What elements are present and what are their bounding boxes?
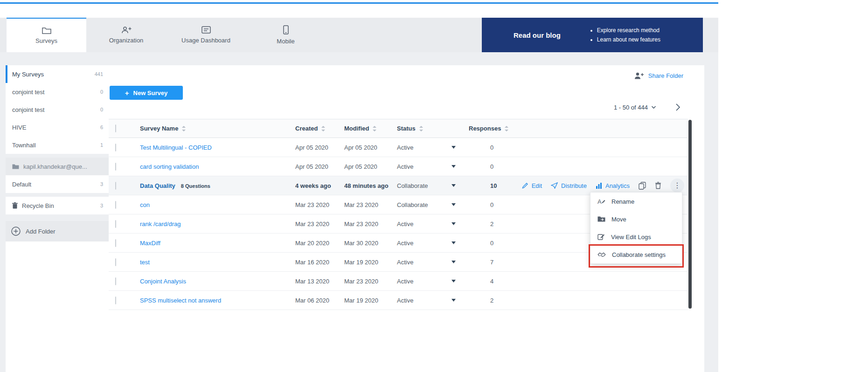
- select-all-checkbox[interactable]: [115, 124, 116, 132]
- survey-name-link[interactable]: card sorting validation: [140, 163, 199, 170]
- analytics-label: Analytics: [605, 182, 630, 189]
- survey-name-link[interactable]: SPSS multiselect not answerd: [140, 297, 221, 304]
- page: Surveys Organization Usage Dashboard: [0, 0, 868, 372]
- status-label: Active: [397, 144, 413, 151]
- new-survey-button[interactable]: + New Survey: [110, 86, 183, 100]
- next-page-button[interactable]: [674, 102, 682, 113]
- survey-name-link[interactable]: Test Multilingual - COPIED: [140, 144, 212, 151]
- created-cell: Apr 05 2020: [295, 163, 344, 170]
- survey-name-link[interactable]: Data Quality: [140, 182, 175, 189]
- blog-banner-title[interactable]: Read our blog: [514, 31, 561, 39]
- share-folder-button[interactable]: Share Folder: [634, 72, 683, 79]
- send-icon: [551, 182, 558, 189]
- status-dropdown[interactable]: Active: [397, 278, 469, 285]
- pagination: 1 - 50 of 444: [614, 102, 682, 113]
- sidebar-item-my-surveys[interactable]: My Surveys 441: [6, 65, 109, 83]
- tab-mobile[interactable]: Mobile: [246, 18, 326, 52]
- status-label: Collaborate: [397, 201, 428, 208]
- vertical-dots-icon: ⋮: [674, 181, 681, 189]
- menu-item-move[interactable]: Move: [590, 210, 682, 228]
- tab-usage-dashboard[interactable]: Usage Dashboard: [166, 18, 246, 52]
- survey-name-link[interactable]: test: [140, 259, 150, 266]
- copy-icon: [639, 182, 646, 190]
- header-survey-name[interactable]: Survey Name: [140, 125, 295, 132]
- status-dropdown[interactable]: Active: [397, 220, 469, 227]
- tab-organization[interactable]: Organization: [86, 18, 166, 52]
- status-dropdown[interactable]: Active: [397, 259, 469, 266]
- new-survey-label: New Survey: [133, 90, 168, 96]
- status-dropdown[interactable]: Active: [397, 163, 469, 170]
- survey-name-link[interactable]: Conjoint Analysis: [140, 278, 186, 285]
- mobile-icon: [283, 25, 289, 34]
- tab-surveys-label: Surveys: [35, 37, 57, 44]
- responses-cell: 0: [469, 144, 520, 151]
- modified-cell: Mar 23 2020: [344, 201, 397, 208]
- tab-surveys[interactable]: Surveys: [7, 18, 86, 52]
- survey-name-link[interactable]: MaxDiff: [140, 240, 160, 247]
- sidebar-item-conjoint-test-1[interactable]: conjoint test 0: [6, 83, 109, 101]
- row-checkbox[interactable]: [115, 201, 116, 209]
- sidebar-item-shared-account[interactable]: kapil.khandekar@que...: [6, 158, 109, 175]
- status-label: Active: [397, 240, 413, 247]
- caret-down-icon: [451, 146, 456, 149]
- table-scrollbar[interactable]: [688, 120, 692, 309]
- svg-text:A: A: [597, 198, 602, 205]
- folder-count: 0: [100, 89, 103, 95]
- folder-count: 0: [100, 107, 103, 112]
- copy-survey-button[interactable]: [639, 182, 646, 190]
- header-modified[interactable]: Modified: [344, 125, 397, 132]
- distribute-button[interactable]: Distribute: [551, 182, 587, 189]
- sidebar-item-default[interactable]: Default 3: [6, 175, 109, 193]
- header-status[interactable]: Status: [397, 125, 469, 132]
- more-options-button[interactable]: ⋮: [670, 179, 684, 193]
- survey-name-link[interactable]: rank /card/drag: [140, 220, 181, 227]
- status-label: Collaborate: [397, 182, 428, 189]
- folder-count: 6: [100, 124, 103, 130]
- row-checkbox[interactable]: [115, 163, 116, 171]
- status-dropdown[interactable]: Collaborate: [397, 182, 469, 189]
- folder-label: conjoint test: [12, 106, 96, 113]
- blog-banner-bullets: Explore research method Learn about new …: [590, 26, 660, 44]
- sidebar-item-hive[interactable]: HIVE 6: [6, 118, 109, 136]
- header-label: Survey Name: [140, 125, 178, 132]
- folder-count: 1: [100, 142, 103, 148]
- menu-item-collaborate-settings[interactable]: Collaborate settings: [590, 246, 682, 263]
- folder-count: 3: [100, 181, 103, 187]
- header-created[interactable]: Created: [295, 125, 344, 132]
- add-folder-button[interactable]: Add Folder: [6, 221, 109, 241]
- row-checkbox[interactable]: [115, 277, 116, 285]
- chevron-down-icon: [652, 106, 656, 109]
- header-responses[interactable]: Responses: [469, 125, 520, 132]
- row-checkbox[interactable]: [115, 144, 116, 152]
- modified-cell: 48 minutes ago: [344, 182, 397, 189]
- header-label: Status: [397, 125, 416, 132]
- status-dropdown[interactable]: Active: [397, 240, 469, 247]
- edit-button[interactable]: Edit: [522, 182, 542, 189]
- sidebar-item-recycle-bin[interactable]: Recycle Bin 3: [6, 197, 109, 214]
- status-dropdown[interactable]: Active: [397, 144, 469, 151]
- pagination-range-label: 1 - 50 of 444: [614, 104, 648, 111]
- folder-count: 441: [95, 71, 103, 77]
- analytics-button[interactable]: Analytics: [596, 182, 630, 189]
- menu-item-rename[interactable]: A Rename: [590, 193, 682, 210]
- row-checkbox[interactable]: [115, 296, 116, 304]
- responses-cell: 0: [469, 163, 520, 170]
- survey-name-link[interactable]: con: [140, 201, 150, 208]
- caret-down-icon: [451, 184, 456, 187]
- status-dropdown[interactable]: Active: [397, 297, 469, 304]
- menu-item-label: Rename: [611, 198, 634, 205]
- sidebar-item-townhall[interactable]: Townhall 1: [6, 136, 109, 154]
- trash-icon: [12, 202, 18, 209]
- menu-item-view-edit-logs[interactable]: View Edit Logs: [590, 228, 682, 246]
- pagination-range-dropdown[interactable]: 1 - 50 of 444: [614, 104, 656, 111]
- table-row: Conjoint Analysis Mar 13 2020 Mar 23 202…: [109, 272, 688, 291]
- status-dropdown[interactable]: Collaborate: [397, 201, 469, 208]
- row-checkbox[interactable]: [115, 220, 116, 228]
- row-checkbox[interactable]: [115, 239, 116, 247]
- tab-organization-label: Organization: [109, 37, 144, 44]
- blog-banner[interactable]: Read our blog Explore research method Le…: [482, 18, 703, 52]
- row-checkbox[interactable]: [115, 182, 116, 190]
- row-checkbox[interactable]: [115, 258, 116, 266]
- delete-survey-button[interactable]: [655, 182, 661, 189]
- sidebar-item-conjoint-test-2[interactable]: conjoint test 0: [6, 101, 109, 118]
